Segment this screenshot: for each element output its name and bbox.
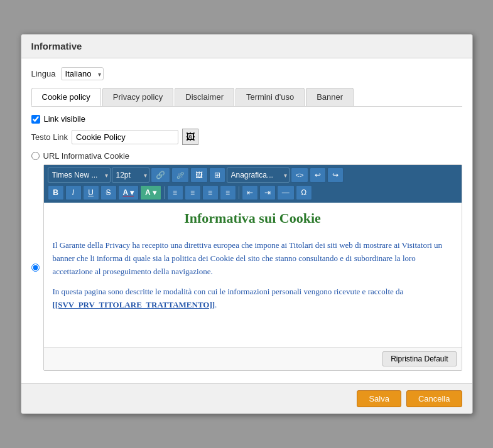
font-family-wrapper: Times New ... [48, 168, 111, 183]
editor-content[interactable]: Informativa sui Cookie Il Garante della … [44, 203, 462, 341]
align-right-btn[interactable]: ≡ [202, 185, 219, 200]
toolbar-divider1 [164, 186, 165, 199]
modal-body: Lingua Italiano Cookie policy Privacy po… [21, 58, 472, 383]
font-family-select[interactable]: Times New ... [48, 168, 111, 183]
editor-para2: In questa pagina sono descritte le modal… [53, 285, 453, 312]
link-btn[interactable]: 🔗 [151, 168, 170, 183]
insert-image-btn[interactable]: 🖼 [190, 168, 208, 183]
editor-scroll-area[interactable]: Informativa sui Cookie Il Garante della … [44, 203, 462, 347]
italic-btn[interactable]: I [65, 185, 82, 200]
tab-termini-uso[interactable]: Termini d'uso [236, 88, 305, 106]
editor-radio[interactable] [31, 264, 40, 272]
underline-btn[interactable]: U [83, 185, 99, 200]
tab-cookie-policy[interactable]: Cookie policy [31, 88, 101, 106]
align-justify-btn[interactable]: ≡ [220, 185, 236, 200]
indent-right-btn[interactable]: ⇥ [259, 185, 276, 200]
redo-btn[interactable]: ↪ [327, 168, 344, 183]
salva-button[interactable]: Salva [357, 390, 401, 407]
hr-btn[interactable]: — [277, 185, 295, 200]
modal-footer: Salva Cancella [21, 383, 472, 413]
cancella-button[interactable]: Cancella [406, 390, 462, 407]
testo-link-row: Testo Link 🖼 [31, 129, 462, 145]
editor-radio-row: Times New ... 12pt 🔗 [31, 164, 462, 371]
modal-overlay: Informative Lingua Italiano Cookie polic… [0, 0, 493, 448]
tab-privacy-policy[interactable]: Privacy policy [102, 88, 173, 106]
bold-btn[interactable]: B [48, 185, 64, 200]
font-color-btn[interactable]: A ▾ [118, 185, 139, 200]
anagrafica-wrapper: Anagrafica... [227, 168, 290, 183]
tabs-container: Cookie policy Privacy policy Disclaimer … [31, 88, 462, 107]
bg-color-btn[interactable]: A ▾ [140, 185, 161, 200]
lingua-select-wrapper: Italiano [61, 67, 104, 80]
code-btn[interactable]: <> [291, 168, 309, 183]
toolbar: Times New ... 12pt 🔗 [44, 165, 462, 203]
lingua-label: Lingua [31, 69, 56, 78]
align-left-btn[interactable]: ≡ [167, 185, 183, 200]
link-visibile-label: Link visibile [44, 114, 85, 124]
editor-title: Informativa sui Cookie [53, 210, 453, 227]
modal-header: Informative [21, 35, 472, 58]
insert-table-btn[interactable]: ⊞ [209, 168, 225, 183]
align-center-btn[interactable]: ≡ [185, 185, 201, 200]
anagrafica-select[interactable]: Anagrafica... [227, 168, 290, 183]
modal-title: Informative [31, 41, 82, 51]
link-visibile-row: Link visibile [31, 114, 462, 124]
font-size-wrapper: 12pt [112, 168, 149, 183]
indent-left-btn[interactable]: ⇤ [242, 185, 258, 200]
restore-row: Ripristina Default [44, 347, 462, 370]
url-radio[interactable] [31, 152, 40, 160]
link-visibile-checkbox[interactable] [31, 115, 40, 124]
unlink-btn[interactable]: ⛓️‍💥 [171, 168, 189, 183]
editor-para2-prefix: In questa pagina sono descritte le modal… [53, 287, 404, 296]
font-size-select[interactable]: 12pt [112, 168, 149, 183]
strikethrough-btn[interactable]: S [100, 185, 117, 200]
testo-link-label: Testo Link [31, 132, 68, 142]
symbol-btn[interactable]: Ω [296, 185, 312, 200]
editor-para2-highlight: [[SVV_PRV_TITOLARE_TRATTAMENTO]] [53, 300, 215, 309]
editor-para2-suffix: . [215, 300, 217, 309]
toolbar-row1: Times New ... 12pt 🔗 [48, 168, 458, 183]
toolbar-divider2 [239, 186, 239, 199]
restore-default-btn[interactable]: Ripristina Default [382, 351, 456, 366]
editor-para1: Il Garante della Privacy ha recepito una… [53, 239, 453, 278]
url-radio-label: URL Informativa Cookie [43, 151, 130, 161]
lingua-select[interactable]: Italiano [61, 67, 104, 80]
image-icon: 🖼 [186, 132, 195, 142]
tab-disclaimer[interactable]: Disclaimer [175, 88, 234, 106]
editor-container: Times New ... 12pt 🔗 [43, 164, 462, 371]
image-picker-btn[interactable]: 🖼 [182, 129, 198, 145]
tab-banner[interactable]: Banner [306, 88, 354, 106]
testo-link-input[interactable] [72, 130, 178, 144]
lingua-row: Lingua Italiano [31, 67, 462, 80]
url-radio-row: URL Informativa Cookie [31, 151, 462, 161]
toolbar-row2: B I U S A ▾ A ▾ ≡ ≡ ≡ [48, 185, 458, 200]
modal-dialog: Informative Lingua Italiano Cookie polic… [21, 34, 473, 414]
undo-btn[interactable]: ↩ [310, 168, 326, 183]
